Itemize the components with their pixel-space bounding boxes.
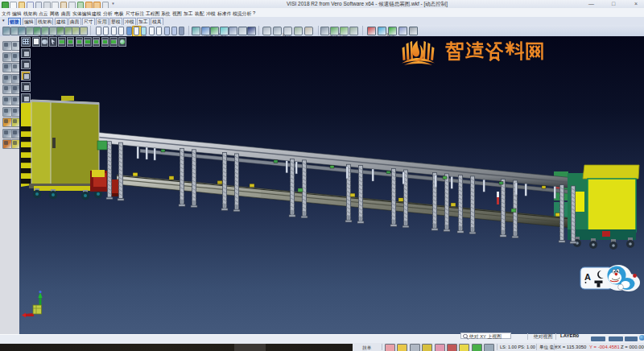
svg-text:A: A xyxy=(584,272,591,282)
